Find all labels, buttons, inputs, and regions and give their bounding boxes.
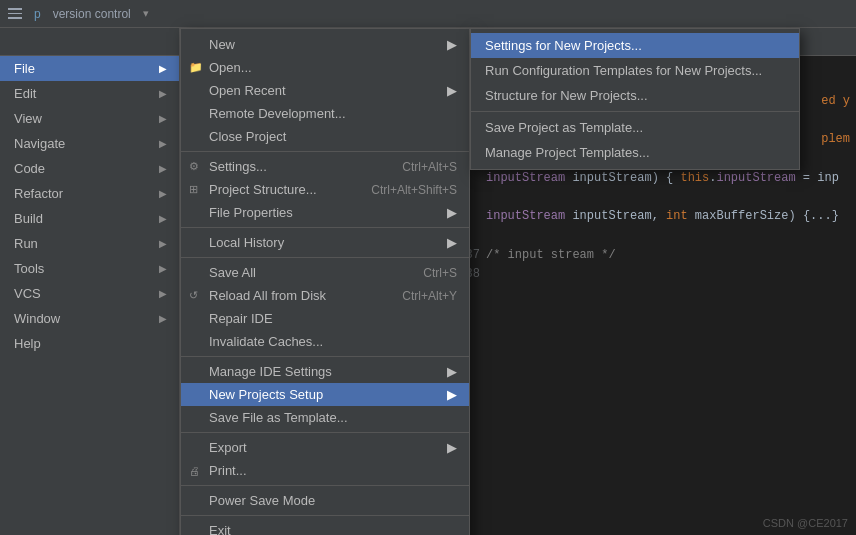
- menu-arrow-icon: ▶: [159, 213, 167, 224]
- np-manage-project-templates[interactable]: Manage Project Templates...: [471, 140, 799, 165]
- menu-item-vcs[interactable]: VCS ▶: [0, 281, 179, 306]
- menu-item-run[interactable]: Run ▶: [0, 231, 179, 256]
- file-menu-invalidate-caches[interactable]: Invalidate Caches...: [181, 330, 469, 353]
- menu-arrow-icon: ▶: [159, 138, 167, 149]
- file-menu-new[interactable]: New ▶: [181, 33, 469, 56]
- file-menu-new-projects-setup[interactable]: New Projects Setup ▶: [181, 383, 469, 406]
- menu-item-file[interactable]: File ▶: [0, 56, 179, 81]
- file-menu-open-recent[interactable]: Open Recent ▶: [181, 79, 469, 102]
- menu-item-build[interactable]: Build ▶: [0, 206, 179, 231]
- menu-item-label: Build: [14, 211, 43, 226]
- file-menu-item-label: Local History: [209, 235, 284, 250]
- code-line: [486, 265, 850, 284]
- menu-arrow-icon: ▶: [159, 238, 167, 249]
- separator: [181, 485, 469, 486]
- file-menu-item-label: Invalidate Caches...: [209, 334, 323, 349]
- top-bar-title: version control: [53, 7, 131, 21]
- np-save-project-template[interactable]: Save Project as Template...: [471, 115, 799, 140]
- file-menu-item-label: Manage IDE Settings: [209, 364, 332, 379]
- np-structure-for-new-projects[interactable]: Structure for New Projects...: [471, 83, 799, 108]
- menu-arrow-icon: ▶: [159, 313, 167, 324]
- np-item-label: Manage Project Templates...: [485, 145, 650, 160]
- file-menu-export[interactable]: Export ▶: [181, 436, 469, 459]
- np-item-label: Structure for New Projects...: [485, 88, 648, 103]
- shortcut-label: Ctrl+S: [423, 266, 457, 280]
- menu-item-refactor[interactable]: Refactor ▶: [0, 181, 179, 206]
- file-menu-open[interactable]: 📁 Open...: [181, 56, 469, 79]
- menu-item-view[interactable]: View ▶: [0, 106, 179, 131]
- submenu-arrow-icon: ▶: [447, 83, 457, 98]
- code-line: [486, 188, 850, 207]
- menu-item-label: Tools: [14, 261, 44, 276]
- file-menu-item-label: New: [209, 37, 235, 52]
- menu-item-code[interactable]: Code ▶: [0, 156, 179, 181]
- file-menu-file-properties[interactable]: File Properties ▶: [181, 201, 469, 224]
- print-icon: 🖨: [189, 465, 200, 477]
- file-menu-save-as-template[interactable]: Save File as Template...: [181, 406, 469, 429]
- submenu-arrow-icon: ▶: [447, 205, 457, 220]
- top-bar: p version control ▾: [0, 0, 856, 28]
- menu-arrow-icon: ▶: [159, 163, 167, 174]
- menu-arrow-icon: ▶: [159, 63, 167, 74]
- menu-item-label: File: [14, 61, 35, 76]
- file-menu-item-label: Save All: [209, 265, 256, 280]
- np-item-label: Run Configuration Templates for New Proj…: [485, 63, 762, 78]
- file-menu-print[interactable]: 🖨 Print...: [181, 459, 469, 482]
- submenu-arrow-icon: ▶: [447, 387, 457, 402]
- file-menu-reload-disk[interactable]: ↺ Reload All from Disk Ctrl+Alt+Y: [181, 284, 469, 307]
- file-menu-item-label: Open...: [209, 60, 252, 75]
- menu-item-tools[interactable]: Tools ▶: [0, 256, 179, 281]
- file-menu-item-label: New Projects Setup: [209, 387, 323, 402]
- file-submenu: New ▶ 📁 Open... Open Recent ▶ Remote Dev…: [180, 28, 470, 535]
- np-run-config-templates[interactable]: Run Configuration Templates for New Proj…: [471, 58, 799, 83]
- menu-item-navigate[interactable]: Navigate ▶: [0, 131, 179, 156]
- folder-icon: 📁: [189, 61, 203, 74]
- menu-item-label: Help: [14, 336, 41, 351]
- menu-item-label: VCS: [14, 286, 41, 301]
- file-menu-item-label: Power Save Mode: [209, 493, 315, 508]
- file-menu-project-structure[interactable]: ⊞ Project Structure... Ctrl+Alt+Shift+S: [181, 178, 469, 201]
- watermark: CSDN @CE2017: [763, 517, 848, 529]
- file-menu-remote-dev[interactable]: Remote Development...: [181, 102, 469, 125]
- file-menu-item-label: File Properties: [209, 205, 293, 220]
- file-menu-repair-ide[interactable]: Repair IDE: [181, 307, 469, 330]
- file-menu-exit[interactable]: Exit: [181, 519, 469, 535]
- structure-icon: ⊞: [189, 183, 198, 196]
- file-menu-item-label: Settings...: [209, 159, 267, 174]
- file-menu-local-history[interactable]: Local History ▶: [181, 231, 469, 254]
- new-projects-submenu: Settings for New Projects... Run Configu…: [470, 28, 800, 170]
- shortcut-label: Ctrl+Alt+Y: [402, 289, 457, 303]
- file-menu-settings[interactable]: ⚙ Settings... Ctrl+Alt+S: [181, 155, 469, 178]
- submenu-arrow-icon: ▶: [447, 235, 457, 250]
- file-menu-item-label: Remote Development...: [209, 106, 346, 121]
- menu-arrow-icon: ▶: [159, 113, 167, 124]
- separator: [181, 151, 469, 152]
- file-menu-close-project[interactable]: Close Project: [181, 125, 469, 148]
- np-settings-for-new-projects[interactable]: Settings for New Projects...: [471, 33, 799, 58]
- gear-icon: ⚙: [189, 160, 199, 173]
- menu-item-window[interactable]: Window ▶: [0, 306, 179, 331]
- hamburger-menu[interactable]: [8, 8, 22, 19]
- file-menu-manage-ide-settings[interactable]: Manage IDE Settings ▶: [181, 360, 469, 383]
- shortcut-label: Ctrl+Alt+S: [402, 160, 457, 174]
- code-line: inputStream inputStream, int maxBufferSi…: [486, 207, 850, 226]
- code-line: inputStream inputStream) { this.inputStr…: [486, 169, 850, 188]
- file-menu-item-label: Close Project: [209, 129, 286, 144]
- file-menu-item-label: Repair IDE: [209, 311, 273, 326]
- separator: [181, 432, 469, 433]
- reload-icon: ↺: [189, 289, 198, 302]
- code-right-extra: ed y plem: [821, 84, 850, 158]
- menu-item-label: Navigate: [14, 136, 65, 151]
- menu-arrow-icon: ▶: [159, 88, 167, 99]
- menu-item-label: Edit: [14, 86, 36, 101]
- submenu-arrow-icon: ▶: [447, 364, 457, 379]
- menu-item-label: Run: [14, 236, 38, 251]
- menu-item-edit[interactable]: Edit ▶: [0, 81, 179, 106]
- file-menu-power-save[interactable]: Power Save Mode: [181, 489, 469, 512]
- file-menu-save-all[interactable]: Save All Ctrl+S: [181, 261, 469, 284]
- np-item-label: Save Project as Template...: [485, 120, 643, 135]
- menu-arrow-icon: ▶: [159, 288, 167, 299]
- menu-item-help[interactable]: Help: [0, 331, 179, 356]
- separator: [181, 257, 469, 258]
- menu-arrow-icon: ▶: [159, 263, 167, 274]
